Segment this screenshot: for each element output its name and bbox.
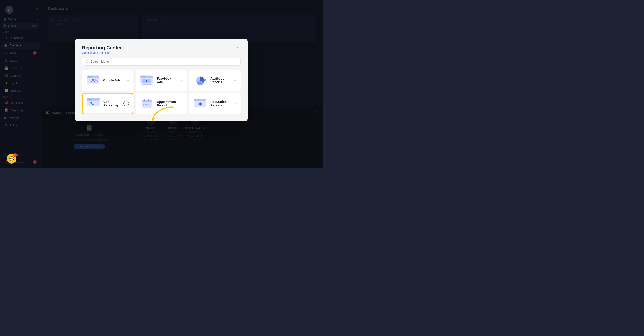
- svg-point-20: [88, 99, 88, 100]
- report-card-reputation[interactable]: Reputation Reports →: [189, 93, 240, 114]
- report-card-appointment[interactable]: Appointment Report →: [136, 93, 187, 114]
- report-card-attribution[interactable]: Attribution Reports →: [189, 70, 240, 90]
- svg-rect-29: [148, 104, 149, 104]
- modal-close-button[interactable]: ×: [234, 45, 240, 51]
- svg-point-9: [141, 76, 142, 77]
- svg-point-34: [195, 99, 196, 100]
- appointment-icon: [140, 97, 154, 109]
- facebook-ads-label: Facebook Ads: [157, 77, 177, 84]
- svg-point-4: [89, 76, 90, 77]
- chat-badge: 1: [13, 153, 17, 157]
- svg-rect-17: [204, 79, 206, 81]
- svg-rect-27: [143, 104, 144, 104]
- attribution-arrow: →: [234, 78, 236, 82]
- svg-rect-16: [203, 78, 204, 81]
- facebook-ads-arrow: →: [180, 78, 183, 82]
- svg-point-22: [90, 99, 92, 100]
- search-bar-modal[interactable]: [82, 57, 240, 65]
- svg-point-36: [198, 99, 199, 100]
- call-reporting-icon: [86, 97, 100, 109]
- reputation-label: Reputation Reports: [210, 100, 230, 107]
- call-reporting-arrow: →: [124, 100, 129, 106]
- svg-rect-28: [145, 104, 147, 104]
- reputation-icon: [193, 97, 207, 109]
- report-grid: Google Ads → Facebo: [82, 70, 240, 114]
- facebook-ads-icon: [140, 74, 154, 86]
- chat-bubble-button[interactable]: 💬 1: [7, 154, 16, 164]
- svg-rect-14: [142, 84, 152, 85]
- svg-rect-30: [143, 105, 144, 106]
- google-ads-arrow: →: [126, 78, 130, 82]
- svg-point-0: [86, 60, 88, 62]
- svg-point-11: [144, 76, 146, 77]
- svg-point-10: [143, 76, 144, 77]
- report-card-google-ads[interactable]: Google Ads →: [82, 70, 133, 90]
- search-input-modal[interactable]: [90, 59, 237, 63]
- reputation-arrow: →: [234, 102, 236, 105]
- attribution-icon: [193, 74, 207, 86]
- reporting-center-modal: Reporting Center Choose your selection ×: [75, 38, 248, 121]
- modal-title: Reporting Center: [82, 45, 122, 50]
- call-reporting-label: Call Reporting: [104, 100, 120, 107]
- svg-rect-26: [148, 99, 149, 101]
- svg-point-3: [88, 76, 89, 77]
- google-ads-label: Google Ads: [103, 78, 123, 82]
- svg-point-40: [200, 103, 201, 105]
- modal-header: Reporting Center Choose your selection ×: [82, 45, 240, 54]
- svg-rect-19: [86, 98, 100, 100]
- svg-point-35: [196, 99, 198, 100]
- svg-point-5: [91, 76, 92, 77]
- svg-rect-31: [145, 105, 147, 106]
- svg-rect-25: [144, 99, 145, 101]
- svg-marker-41: [151, 117, 155, 120]
- attribution-label: Attribution Reports: [210, 77, 230, 84]
- report-card-facebook-ads[interactable]: Facebook Ads →: [136, 70, 187, 90]
- google-ads-icon: [86, 74, 100, 86]
- report-card-call-reporting[interactable]: Call Reporting →: [82, 93, 133, 114]
- modal-subtitle[interactable]: Choose your selection: [82, 51, 122, 54]
- search-icon-modal: [85, 59, 88, 63]
- appointment-label: Appointment Report: [157, 100, 177, 107]
- svg-point-21: [89, 99, 90, 100]
- svg-rect-24: [142, 100, 152, 102]
- appointment-arrow: →: [180, 102, 183, 105]
